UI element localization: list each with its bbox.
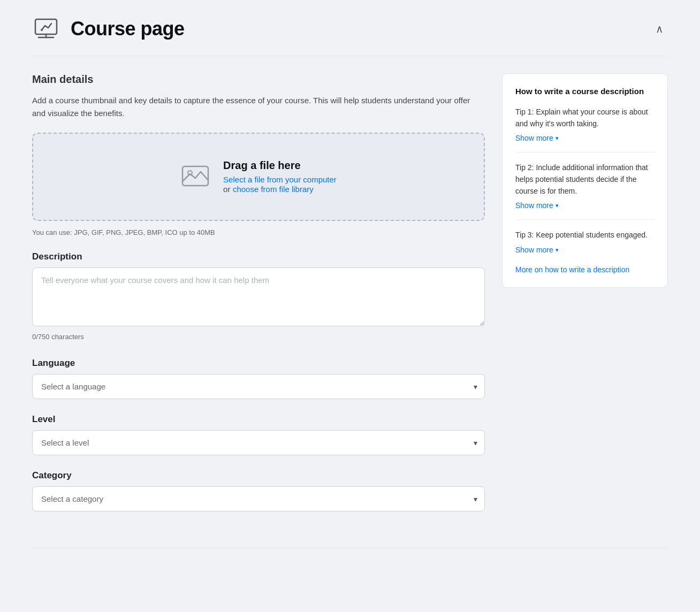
upload-area[interactable]: Drag a file here Select a file from your…	[32, 133, 485, 221]
upload-text: Drag a file here Select a file from your…	[223, 159, 337, 194]
level-field-group: Level Select a level Beginner Intermedia…	[32, 414, 485, 455]
select-file-link[interactable]: Select a file from your computer	[223, 175, 337, 184]
language-field-group: Language Select a language English Spani…	[32, 358, 485, 399]
section-description: Add a course thumbnail and key details t…	[32, 94, 485, 120]
category-field-group: Category Select a category Business Tech…	[32, 470, 485, 511]
tip-2-text: Tip 2: Include additional information th…	[515, 162, 655, 197]
drag-file-label: Drag a file here	[223, 159, 337, 172]
show-more-button-3[interactable]: Show more ▾	[515, 246, 559, 254]
language-select-wrapper: Select a language English Spanish French…	[32, 374, 485, 399]
header-left: Course page	[32, 15, 185, 43]
more-description-link[interactable]: More on how to write a description	[515, 265, 629, 274]
tip-item-1: Tip 1: Explain what your course is about…	[515, 106, 655, 152]
description-field-group: Description 0/750 characters	[32, 251, 485, 341]
level-select[interactable]: Select a level Beginner Intermediate Adv…	[32, 430, 485, 455]
category-label: Category	[32, 470, 485, 481]
file-formats-text: You can use: JPG, GIF, PNG, JPEG, BMP, I…	[32, 228, 485, 236]
char-count: 0/750 characters	[32, 333, 485, 341]
sidebar-card: How to write a course description Tip 1:…	[502, 73, 668, 288]
description-label: Description	[32, 251, 485, 262]
page-title: Course page	[71, 18, 185, 40]
or-text: or	[223, 185, 230, 194]
show-more-arrow-1: ▾	[556, 135, 559, 142]
course-page-icon	[32, 15, 60, 43]
show-more-arrow-2: ▾	[556, 202, 559, 209]
description-textarea[interactable]	[32, 267, 485, 326]
language-select[interactable]: Select a language English Spanish French…	[32, 374, 485, 399]
section-title: Main details	[32, 73, 485, 86]
level-label: Level	[32, 414, 485, 425]
tip-1-text: Tip 1: Explain what your course is about…	[515, 106, 655, 129]
image-upload-icon	[180, 161, 210, 193]
content-layout: Main details Add a course thumbnail and …	[32, 73, 668, 526]
main-content: Main details Add a course thumbnail and …	[32, 73, 485, 526]
page-footer-divider	[32, 548, 668, 548]
tip-3-text: Tip 3: Keep potential students engaged.	[515, 230, 655, 241]
page-header: Course page ∧	[32, 0, 668, 56]
sidebar-card-title: How to write a course description	[515, 87, 655, 96]
category-select[interactable]: Select a category Business Technology De…	[32, 486, 485, 511]
show-more-button-1[interactable]: Show more ▾	[515, 134, 559, 142]
file-library-link[interactable]: choose from file library	[233, 185, 314, 194]
collapse-button[interactable]: ∧	[651, 20, 668, 37]
show-more-arrow-3: ▾	[556, 247, 559, 254]
category-select-wrapper: Select a category Business Technology De…	[32, 486, 485, 511]
show-more-button-2[interactable]: Show more ▾	[515, 201, 559, 210]
tip-item-3: Tip 3: Keep potential students engaged. …	[515, 230, 655, 254]
tip-item-2: Tip 2: Include additional information th…	[515, 162, 655, 220]
sidebar: How to write a course description Tip 1:…	[502, 73, 668, 288]
upload-inner: Drag a file here Select a file from your…	[180, 159, 337, 194]
svg-point-1	[41, 29, 43, 31]
level-select-wrapper: Select a level Beginner Intermediate Adv…	[32, 430, 485, 455]
language-label: Language	[32, 358, 485, 369]
